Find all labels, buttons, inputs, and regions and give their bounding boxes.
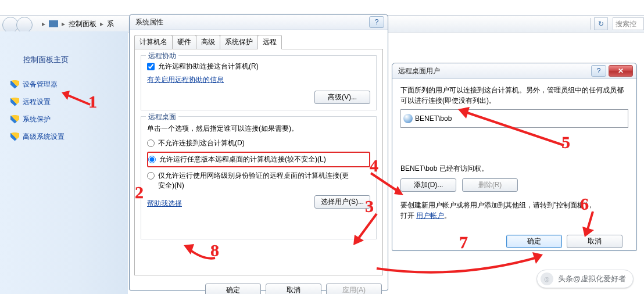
dialog-title: 系统属性: [135, 17, 163, 27]
sidebar-item-label: 远程设置: [23, 97, 51, 107]
ok-button[interactable]: 确定: [205, 284, 261, 294]
rd-option-none[interactable]: 不允许连接到这台计算机(D): [147, 138, 370, 148]
avatar-icon: ◎: [541, 273, 553, 285]
dialog-titlebar: 系统属性 ?: [130, 15, 388, 30]
group-remote-desktop: 远程桌面 单击一个选项，然后指定谁可以连接(如果需要)。 不允许连接到这台计算机…: [141, 116, 377, 239]
apply-button[interactable]: 应用(A): [326, 284, 382, 294]
dialog-close-button[interactable]: ✕: [609, 65, 633, 77]
sidebar-item-label: 高级系统设置: [23, 132, 65, 142]
sidebar-item-device-manager[interactable]: 设备管理器: [0, 76, 128, 93]
remote-users-intro: 下面所列的用户可以连接到这台计算机。另外，管理员组中的任何成员都可以进行连接(即…: [400, 85, 628, 106]
address-tail: 系: [107, 19, 114, 29]
tab-strip: 计算机名 硬件 高级 系统保护 远程: [130, 30, 388, 49]
remote-users-list[interactable]: BENET\bob: [400, 109, 628, 128]
address-bar[interactable]: ▸ ▸ 控制面板 ▸ 系: [42, 19, 114, 29]
dialog-help-button[interactable]: ?: [591, 65, 606, 77]
sidebar-item-label: 设备管理器: [23, 80, 58, 89]
nav-forward-button[interactable]: [16, 17, 33, 33]
sidebar-item-remote-settings[interactable]: 远程设置: [0, 93, 128, 110]
help-icon: ?: [597, 67, 601, 75]
annotation-arrow: [371, 251, 545, 286]
dialog-title: 远程桌面用户: [398, 66, 440, 76]
help-me-choose-link[interactable]: 帮助我选择: [147, 199, 182, 209]
user-accounts-link[interactable]: 用户帐户: [416, 211, 444, 220]
allow-remote-assistance-checkbox[interactable]: 允许远程协助连接这台计算机(R): [147, 62, 370, 71]
sidebar-title: 控制面板主页: [0, 31, 128, 76]
cancel-button[interactable]: 取消: [567, 235, 622, 248]
attribution-prefix: 头条: [558, 274, 573, 284]
tab-computer-name[interactable]: 计算机名: [134, 35, 173, 49]
tab-advanced[interactable]: 高级: [196, 35, 220, 49]
tab-system-protection[interactable]: 系统保护: [220, 35, 258, 49]
ok-button[interactable]: 确定: [506, 235, 562, 248]
tab-panel-remote: 远程协助 允许远程协助连接这台计算机(R) 有关启用远程协助的信息 高级(V).…: [134, 49, 383, 275]
search-input[interactable]: 搜索控: [613, 17, 644, 30]
shield-icon: [10, 115, 19, 124]
group-title: 远程协助: [146, 51, 178, 61]
create-user-hint: 要创建新用户帐户或将用户添加到其他组，请转到"控制面板"， 打开 用户帐户。: [400, 200, 628, 221]
radio-label: 不允许连接到这台计算机(D): [158, 138, 245, 148]
shield-icon: [10, 80, 19, 89]
control-panel-sidebar: 控制面板主页 设备管理器 远程设置 系统保护 高级系统设置: [0, 31, 128, 294]
refresh-icon: ↻: [598, 20, 604, 28]
rd-option-nla[interactable]: 仅允许运行使用网络级别身份验证的远程桌面的计算机连接(更安全)(N): [147, 171, 370, 191]
dialog-titlebar: 远程桌面用户 ? ✕: [392, 63, 636, 79]
remote-assistance-advanced-button[interactable]: 高级(V)...: [314, 91, 370, 104]
rd-option-any-version[interactable]: 允许运行任意版本远程桌面的计算机连接(较不安全)(L): [148, 155, 369, 164]
attribution-badge: ◎ 头条 @虚拟化爱好者: [536, 270, 634, 288]
sidebar-item-system-protection[interactable]: 系统保护: [0, 110, 128, 128]
tab-remote[interactable]: 远程: [257, 35, 282, 49]
attribution-handle: @虚拟化爱好者: [573, 274, 626, 284]
shield-icon: [10, 98, 19, 106]
user-icon: [403, 114, 413, 123]
user-entry: BENET\bob: [415, 114, 452, 123]
nav-back-forward: [2, 17, 36, 31]
remove-user-button[interactable]: 删除(R): [462, 178, 518, 192]
remote-desktop-users-dialog: 远程桌面用户 ? ✕ 下面所列的用户可以连接到这台计算机。另外，管理员组中的任何…: [392, 63, 637, 251]
cancel-button[interactable]: 取消: [266, 284, 321, 294]
remote-assistance-help-link[interactable]: 有关启用远程协助的信息: [147, 76, 224, 84]
close-icon: ✕: [618, 67, 624, 75]
annotation-highlight-box: 允许运行任意版本远程桌面的计算机连接(较不安全)(L): [147, 152, 370, 167]
sidebar-item-advanced-settings[interactable]: 高级系统设置: [0, 128, 128, 145]
refresh-button[interactable]: ↻: [594, 17, 608, 30]
radio-label: 仅允许运行使用网络级别身份验证的远程桌面的计算机连接(更安全)(N): [158, 171, 350, 191]
select-users-button[interactable]: 选择用户(S)...: [314, 195, 370, 209]
group-remote-assistance: 远程协助 允许远程协助连接这台计算机(R) 有关启用远程协助的信息 高级(V).…: [141, 55, 377, 110]
already-has-access-note: BENET\bob 已经有访问权。: [400, 164, 628, 174]
add-user-button[interactable]: 添加(D)...: [400, 178, 456, 192]
sidebar-item-label: 系统保护: [23, 114, 51, 124]
help-icon: ?: [375, 18, 379, 26]
radio-label: 允许运行任意版本远程桌面的计算机连接(较不安全)(L): [159, 155, 326, 164]
dialog-help-button[interactable]: ?: [369, 16, 384, 28]
remote-desktop-hint: 单击一个选项，然后指定谁可以连接(如果需要)。: [147, 124, 370, 134]
dialog-button-row: 确定 取消 应用(A): [130, 280, 388, 294]
tab-hardware[interactable]: 硬件: [172, 35, 196, 49]
address-segment: 控制面板: [69, 19, 96, 29]
checkbox-label: 允许远程协助连接这台计算机(R): [158, 62, 259, 71]
system-properties-dialog: 系统属性 ? 计算机名 硬件 高级 系统保护 远程 远程协助 允许远程协助连接这…: [129, 14, 388, 291]
group-title: 远程桌面: [146, 112, 178, 122]
shield-icon: [10, 132, 19, 141]
control-panel-icon: [49, 20, 58, 27]
